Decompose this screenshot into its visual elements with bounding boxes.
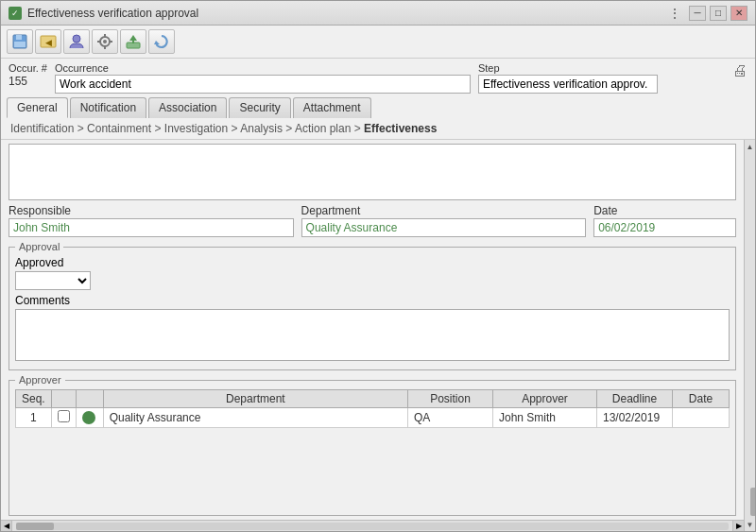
comments-textarea[interactable] — [15, 309, 730, 361]
svg-marker-15 — [154, 41, 160, 44]
row-position: QA — [408, 408, 493, 428]
action-button[interactable] — [92, 29, 118, 54]
occur-label: Occur. # — [9, 62, 47, 74]
approved-select[interactable]: Yes No — [15, 271, 91, 290]
window-title: Effectiveness verification approval — [27, 7, 198, 20]
table-row: 1 Quality Assurance QA John Smith — [16, 408, 730, 428]
row-department: Quality Assurance — [103, 408, 407, 428]
right-scrollbar[interactable]: ▲ ▼ — [744, 140, 755, 531]
close-button[interactable]: ✕ — [730, 6, 747, 21]
maximize-button[interactable]: □ — [710, 6, 727, 21]
responsible-label: Responsible — [9, 204, 294, 217]
crumb-sep1: > — [77, 122, 87, 135]
department-input[interactable] — [301, 218, 587, 237]
crumb-sep5: > — [354, 122, 364, 135]
main-window: ✓ Effectiveness verification approval ⋮ … — [0, 0, 756, 532]
occur-group: Occur. # 155 — [9, 62, 47, 88]
refresh-button[interactable] — [148, 29, 175, 54]
svg-point-5 — [73, 35, 80, 43]
title-bar-controls: ⋮ ─ □ ✕ — [664, 6, 747, 21]
row-seq: 1 — [16, 408, 52, 428]
refresh-icon — [153, 33, 170, 50]
crumb-actionplan: Action plan — [295, 122, 351, 135]
step-input[interactable] — [478, 75, 658, 94]
approver-legend: Approver — [15, 374, 65, 386]
col-date: Date — [673, 390, 730, 408]
save-icon — [11, 33, 28, 50]
main-content: Responsible Department Date Approval — [1, 140, 755, 531]
toolbar: ◀ — [1, 26, 755, 59]
scroll-thumb-v[interactable] — [750, 488, 756, 516]
col-icon — [76, 390, 103, 408]
svg-rect-9 — [104, 46, 106, 49]
minimize-button[interactable]: ─ — [689, 6, 706, 21]
bottom-scrollbar[interactable]: ◀ ▶ — [1, 520, 744, 531]
date-label: Date — [593, 204, 736, 217]
tab-attachment[interactable]: Attachment — [293, 97, 371, 118]
content-col: Responsible Department Date Approval — [1, 140, 744, 531]
window-icon: ✓ — [9, 7, 22, 20]
row-date — [673, 408, 730, 428]
svg-rect-10 — [97, 41, 100, 43]
col-deadline: Deadline — [597, 390, 673, 408]
tabs-bar: General Notification Association Securit… — [1, 97, 755, 118]
svg-rect-1 — [16, 35, 22, 40]
occur-value: 155 — [9, 75, 47, 88]
content-area: Responsible Department Date Approval — [1, 140, 744, 520]
row-approver: John Smith — [493, 408, 597, 428]
svg-rect-8 — [104, 34, 106, 37]
step-group: Step — [478, 62, 725, 94]
scroll-right-arrow[interactable]: ▶ — [732, 521, 744, 532]
approver-fieldset: Approver Seq. Department Position Approv… — [9, 374, 736, 516]
title-bar: ✓ Effectiveness verification approval ⋮ … — [1, 1, 755, 26]
table-header-row: Seq. Department Position Approver Deadli… — [16, 390, 730, 408]
main-textarea[interactable] — [9, 144, 736, 200]
tab-association[interactable]: Association — [148, 97, 227, 118]
scroll-left-arrow[interactable]: ◀ — [1, 521, 12, 532]
svg-point-7 — [103, 40, 107, 43]
crumb-identification: Identification — [10, 122, 74, 135]
tab-notification[interactable]: Notification — [70, 97, 146, 118]
scroll-thumb-h[interactable] — [16, 523, 54, 530]
crumb-containment: Containment — [87, 122, 151, 135]
save-button[interactable] — [7, 29, 33, 54]
col-approver: Approver — [493, 390, 597, 408]
col-seq: Seq. — [16, 390, 52, 408]
tab-security[interactable]: Security — [229, 97, 290, 118]
svg-rect-11 — [110, 41, 112, 43]
occurrence-group: Occurrence — [55, 62, 471, 94]
more-options-icon[interactable]: ⋮ — [664, 6, 685, 21]
department-group: Department — [301, 204, 587, 237]
date-input[interactable] — [593, 218, 736, 237]
responsible-input[interactable] — [9, 218, 294, 237]
approver-table: Seq. Department Position Approver Deadli… — [15, 389, 730, 428]
step-label: Step — [478, 62, 725, 74]
crumb-effectiveness: Effectiveness — [364, 122, 437, 135]
row-checkbox[interactable] — [51, 408, 76, 428]
title-bar-left: ✓ Effectiveness verification approval — [9, 7, 198, 20]
date-group: Date — [593, 204, 736, 237]
crumb-analysis: Analysis — [240, 122, 283, 135]
gear-icon — [96, 33, 113, 50]
row-check-input[interactable] — [58, 410, 70, 422]
responsible-group: Responsible — [9, 204, 294, 237]
scroll-track-h[interactable] — [16, 523, 729, 530]
col-check — [51, 390, 76, 408]
scroll-down-arrow[interactable]: ▼ — [746, 520, 755, 529]
back-button[interactable]: ◀ — [35, 29, 61, 54]
svg-rect-14 — [132, 39, 134, 43]
user-button[interactable] — [63, 29, 90, 54]
col-position: Position — [408, 390, 493, 408]
crumb-sep3: > — [232, 122, 241, 135]
crumb-sep2: > — [154, 122, 163, 135]
department-label: Department — [301, 204, 587, 217]
crumb-investigation: Investigation — [164, 122, 228, 135]
scroll-up-arrow[interactable]: ▲ — [746, 142, 755, 151]
row-status-icon — [82, 411, 95, 424]
occurrence-input[interactable] — [55, 75, 471, 94]
tab-general[interactable]: General — [7, 97, 68, 118]
print-icon[interactable]: 🖨 — [732, 62, 747, 79]
upload-button[interactable] — [120, 29, 146, 54]
crumb-sep4: > — [285, 122, 295, 135]
responsible-row: Responsible Department Date — [9, 204, 736, 237]
